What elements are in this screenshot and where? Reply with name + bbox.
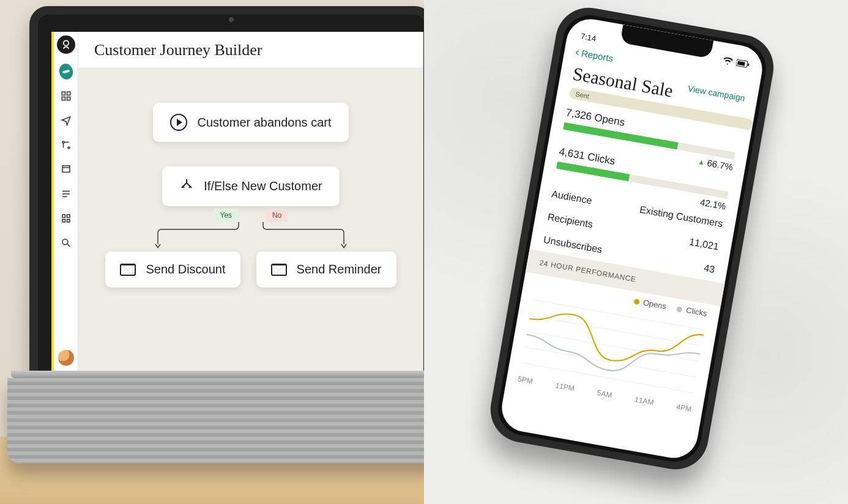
xaxis-tick: 4PM (675, 402, 692, 413)
svg-rect-3 (62, 97, 65, 100)
trend-up-icon: ▲ (697, 157, 705, 166)
svg-rect-8 (62, 215, 65, 218)
app-main: Customer Journey Builder Customer abando… (78, 32, 423, 374)
forms-icon[interactable] (59, 187, 73, 201)
kv-val: 11,021 (688, 236, 720, 252)
svg-line-19 (524, 347, 696, 377)
action-label: Send Reminder (297, 262, 382, 276)
svg-rect-4 (67, 97, 70, 100)
laptop-keyboard (7, 378, 455, 464)
action-row: Send Discount Send Reminder (105, 251, 396, 287)
create-pencil-icon[interactable] (59, 65, 73, 78)
svg-point-5 (62, 141, 64, 143)
content-icon[interactable] (59, 89, 73, 103)
svg-rect-11 (67, 220, 70, 223)
play-icon (170, 114, 187, 131)
laptop-hinge (11, 371, 452, 378)
app-window: Customer Journey Builder Customer abando… (51, 32, 423, 374)
svg-rect-14 (737, 61, 745, 66)
laptop-scene: Customer Journey Builder Customer abando… (0, 0, 424, 504)
trigger-node[interactable]: Customer abandons cart (153, 103, 348, 142)
wifi-icon (722, 57, 733, 68)
brand-logo-icon[interactable] (57, 35, 75, 54)
laptop: Customer Journey Builder Customer abando… (29, 6, 433, 471)
camera-dot (229, 17, 234, 22)
sidebar-rail (54, 32, 78, 374)
kv-key: Audience (551, 188, 593, 206)
svg-rect-15 (748, 64, 749, 66)
action-send-reminder[interactable]: Send Reminder (256, 251, 396, 287)
svg-point-0 (63, 40, 68, 45)
condition-label: If/Else New Customer (204, 179, 322, 193)
trigger-label: Customer abandons cart (197, 116, 331, 130)
status-time: 7:14 (580, 32, 597, 43)
search-icon[interactable] (59, 236, 73, 250)
branch-yes-chip: Yes (214, 209, 239, 222)
apps-icon[interactable] (59, 212, 73, 225)
phone-screen: 7:14 ‹ Reports (498, 15, 766, 462)
battery-icon (735, 59, 750, 70)
xaxis-tick: 5PM (517, 374, 534, 385)
websites-icon[interactable] (59, 163, 73, 176)
campaigns-icon[interactable] (59, 114, 73, 127)
action-send-discount[interactable]: Send Discount (105, 251, 240, 287)
phone-scene: 7:14 ‹ Reports (424, 0, 848, 504)
branch-icon (179, 177, 194, 195)
svg-rect-7 (62, 166, 70, 172)
kv-key: Unsubscribes (543, 234, 603, 256)
branch-chips: Yes No (162, 209, 339, 222)
svg-line-17 (530, 316, 702, 346)
branch-no-chip: No (266, 209, 288, 222)
svg-point-12 (62, 239, 68, 245)
condition-node[interactable]: If/Else New Customer Yes No (162, 166, 339, 206)
kv-key: Recipients (547, 212, 594, 231)
svg-rect-2 (67, 92, 70, 95)
action-label: Send Discount (146, 262, 225, 276)
user-avatar[interactable] (58, 349, 75, 366)
page-title: Customer Journey Builder (78, 32, 423, 69)
mail-icon (271, 264, 287, 276)
view-campaign-link[interactable]: View campaign (687, 83, 746, 103)
branch-connectors (150, 222, 352, 249)
xaxis-tick: 11AM (634, 395, 654, 407)
svg-rect-9 (67, 215, 70, 218)
svg-rect-1 (62, 92, 65, 95)
xaxis-tick: 11PM (555, 381, 575, 393)
legend-dot-clicks (677, 306, 683, 313)
mail-icon (120, 264, 136, 276)
chevron-left-icon: ‹ (575, 46, 580, 57)
svg-point-6 (68, 147, 70, 149)
journey-canvas[interactable]: Customer abandons cart If/Else New Custo… (78, 69, 423, 374)
laptop-bezel: Customer Journey Builder Customer abando… (29, 6, 433, 388)
svg-rect-10 (62, 220, 65, 223)
automations-icon[interactable] (59, 138, 73, 152)
phone: 7:14 ‹ Reports (485, 2, 779, 475)
legend-dot-opens (633, 298, 639, 305)
kv-val: 43 (703, 262, 716, 275)
xaxis-tick: 5AM (597, 388, 613, 399)
